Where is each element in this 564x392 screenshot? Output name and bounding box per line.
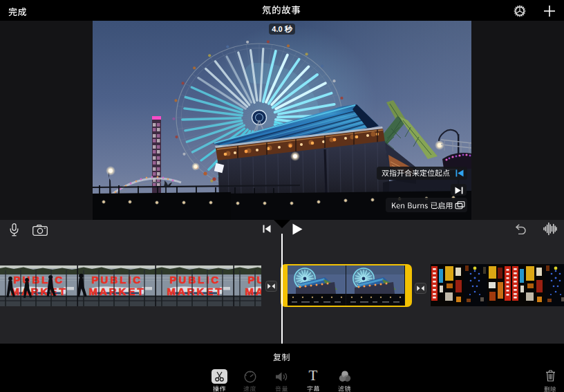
svg-text:MARKET: MARKET [167,286,223,297]
svg-text:MARKET: MARKET [88,286,145,297]
svg-text:MARKET: MARKET [10,286,67,297]
svg-text:MARKET: MARKET [245,286,261,297]
